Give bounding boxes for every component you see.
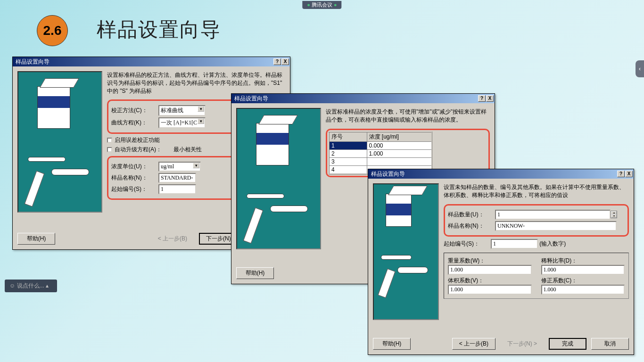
table-cell[interactable]: 3 xyxy=(329,157,367,165)
instruction-text: 设置标准样品的浓度及个数，可使用"增加"或"减少"按钮来设置样品个数，可在表格中… xyxy=(326,108,490,124)
dilution-input[interactable]: 1.000 xyxy=(541,265,625,275)
chat-input-placeholder[interactable]: ☺ 说点什么... ▴ xyxy=(5,280,57,292)
sample-name-label: 样品名称(N)： xyxy=(448,222,495,230)
instruction-text: 设置标准样品的校正方法、曲线方程、计算方法、浓度单位等。样品标识号为样品标号的标… xyxy=(107,71,285,95)
qty-input[interactable]: 1 xyxy=(495,210,611,220)
spin-up-icon[interactable]: ▴ xyxy=(611,211,617,214)
volume-input[interactable]: 1.000 xyxy=(448,285,532,295)
table-cell[interactable] xyxy=(367,157,432,165)
checkbox-icon[interactable] xyxy=(107,147,112,152)
titlebar: 样品设置向导 ? X xyxy=(368,169,634,179)
help-icon[interactable]: ? xyxy=(273,58,281,65)
wizard-illustration xyxy=(236,108,321,249)
titlebar: 样品设置向导 ? X xyxy=(13,57,290,66)
wizard-dialog-3: 样品设置向导 ? X 设置未知样品的数量、编号及其他系数。如果在计算中不使用重量… xyxy=(368,169,634,355)
close-icon[interactable]: X xyxy=(486,95,494,102)
titlebar: 样品设置向导 ? X xyxy=(231,94,495,103)
start-num-label: 起始编号(S)： xyxy=(111,185,158,193)
col-seq: 序号 xyxy=(329,132,367,142)
col-conc: 浓度 [ug/ml] xyxy=(367,132,432,142)
help-button[interactable]: 帮助(H) xyxy=(17,233,55,245)
meeting-badge: ● 腾讯会议 ● xyxy=(302,1,341,9)
table-cell[interactable]: 4 xyxy=(329,165,367,174)
help-icon[interactable]: ? xyxy=(478,95,486,102)
volume-label: 体积系数(V)： xyxy=(448,277,532,285)
close-icon[interactable]: X xyxy=(625,171,633,177)
calib-method-label: 校正方法(C)： xyxy=(111,107,158,115)
help-button[interactable]: 帮助(H) xyxy=(373,338,411,350)
help-icon[interactable]: ? xyxy=(617,171,625,177)
start-num-input[interactable]: 1 xyxy=(158,184,196,194)
concentration-table[interactable]: 序号浓度 [ug/ml] 10.000 21.000 3 4 xyxy=(329,132,432,174)
sample-name-input[interactable]: STANDARD- xyxy=(158,173,196,183)
window-title: 样品设置向导 xyxy=(234,95,478,103)
qty-spinner[interactable]: ▴▾ xyxy=(611,211,617,218)
weight-input[interactable]: 1.000 xyxy=(448,265,532,275)
weight-label: 重量系数(W)： xyxy=(448,257,532,265)
unit-label: 浓度单位(U)： xyxy=(111,163,158,171)
finish-button[interactable]: 完成 xyxy=(549,338,586,350)
unit-dropdown[interactable]: ug/ml xyxy=(158,162,201,172)
qty-label: 样品数量(U)： xyxy=(448,211,495,219)
correction-label: 修正系数(C)： xyxy=(541,277,625,285)
highlight-group-unknown: 样品数量(U)：1▴▾ 样品名称(N)：UNKNOW- xyxy=(444,204,629,237)
table-cell[interactable]: 0.000 xyxy=(367,141,432,149)
section-number-badge: 2.6 xyxy=(37,15,68,46)
auto-upgrade-label: 自动升级方程(A)： xyxy=(115,146,173,154)
correction-input[interactable]: 1.000 xyxy=(541,285,625,295)
side-collapse-tab[interactable]: ‹ xyxy=(636,60,644,77)
instruction-text: 设置未知样品的数量、编号及其他系数。如果在计算中不使用重量系数、体积系数、稀释比… xyxy=(444,183,629,199)
start-num-label: 起始编号(S)： xyxy=(444,240,491,248)
table-cell[interactable]: 1 xyxy=(329,141,367,149)
window-title: 样品设置向导 xyxy=(16,58,273,66)
next-button: 下一步(N) > xyxy=(500,338,544,350)
calib-method-dropdown[interactable]: 标准曲线 xyxy=(158,105,206,116)
section-title: 样品设置向导 xyxy=(97,16,221,43)
help-button[interactable]: 帮助(H) xyxy=(236,267,274,279)
back-button: < 上一步(B) xyxy=(151,233,194,245)
back-button[interactable]: < 上一步(B) xyxy=(452,338,495,350)
wizard-illustration xyxy=(373,183,439,320)
close-icon[interactable]: X xyxy=(281,58,289,65)
curve-dropdown[interactable]: 一次 [A]=K1[C xyxy=(158,117,206,128)
wizard-illustration xyxy=(17,71,102,213)
dilution-label: 稀释比率(D)： xyxy=(541,257,625,265)
start-num-input[interactable]: 1 xyxy=(491,239,538,249)
spin-down-icon[interactable]: ▾ xyxy=(611,214,617,218)
checkbox-icon[interactable] xyxy=(107,138,112,143)
start-hint: (输入数字) xyxy=(539,240,566,248)
curve-label: 曲线方程(K)： xyxy=(111,119,158,127)
auto-upgrade-option: 最小相关性 xyxy=(173,146,202,154)
coefficients-group: 重量系数(W)： 1.000 体积系数(V)： 1.000 稀释比率(D)： 1… xyxy=(444,253,629,299)
cancel-button[interactable]: 取消 xyxy=(591,338,629,350)
table-cell[interactable]: 1.000 xyxy=(367,149,432,157)
sample-name-label: 样品名称(N)： xyxy=(111,174,158,182)
window-title: 样品设置向导 xyxy=(371,170,617,178)
sample-name-input[interactable]: UNKNOW- xyxy=(495,221,617,231)
error-correction-label: 启用误差校正功能 xyxy=(115,136,160,144)
table-cell[interactable]: 2 xyxy=(329,149,367,157)
